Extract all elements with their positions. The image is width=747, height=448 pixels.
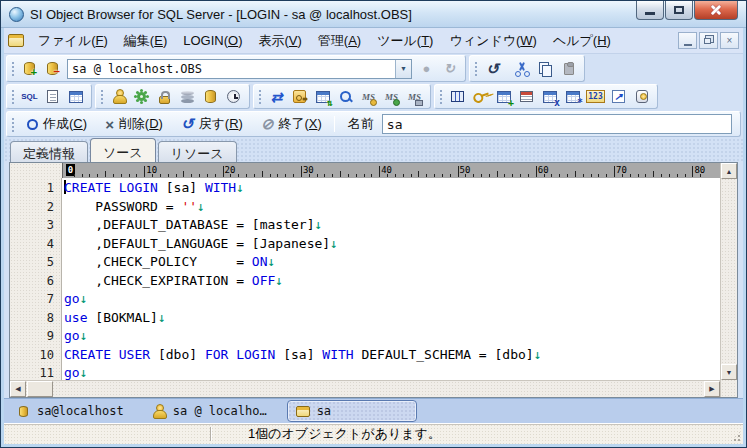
storage-icon[interactable] <box>199 86 222 108</box>
cross-icon: × <box>105 116 114 133</box>
line-number-gutter: 1234567891011 <box>10 178 62 380</box>
code-line: CREATE LOGIN [sa] WITH↓ <box>64 179 720 198</box>
no-entry-icon: ⊘ <box>261 115 274 133</box>
key-door-icon[interactable] <box>288 86 311 108</box>
data-grid-icon[interactable] <box>64 86 87 108</box>
toolbar-gripper[interactable] <box>438 88 443 104</box>
code-line: go↓ <box>64 364 720 380</box>
undo-icon[interactable]: ↺ <box>481 58 504 80</box>
revert-button[interactable]: ↺戻す(R) <box>172 112 252 136</box>
taskbar-item-login-list[interactable]: sa @ localho… <box>144 401 273 421</box>
delete-button[interactable]: ×削除(D) <box>96 112 172 136</box>
taskbar-item-label: sa @ localho… <box>173 404 267 418</box>
tab-resource[interactable]: リソース <box>158 141 237 162</box>
scroll-left-icon[interactable]: ◀ <box>10 381 26 397</box>
menu-item-admin[interactable]: 管理(A) <box>310 29 369 53</box>
sql-icon[interactable]: SQL <box>18 86 41 108</box>
mdi-system-icon[interactable] <box>8 34 24 47</box>
menu-item-edit[interactable]: 編集(E) <box>116 29 175 53</box>
line-number: 5 <box>10 253 54 272</box>
object-toolbar: SQL⇄⇅MSMSMS+x*123↗ <box>4 83 743 110</box>
tb-window-icon <box>294 403 312 419</box>
undo-icon: ↺ <box>181 115 194 133</box>
ms-server-icon[interactable]: MS <box>403 86 426 108</box>
table-calc-icon[interactable]: x <box>538 86 561 108</box>
sort-123-icon[interactable]: 123 <box>584 86 607 108</box>
minimize-button[interactable] <box>636 1 664 20</box>
menu-item-help[interactable]: ヘルプ(H) <box>545 29 619 53</box>
key-icon[interactable] <box>469 86 492 108</box>
record-icon[interactable]: ● <box>415 58 438 80</box>
line-number: 2 <box>10 198 54 217</box>
taskbar-item-login-sa[interactable]: sa <box>287 400 417 422</box>
tab-source[interactable]: ソース <box>90 138 156 162</box>
taskbar-item-label: sa <box>317 404 331 418</box>
mdi-close-button[interactable]: × <box>720 32 739 49</box>
paste-icon[interactable] <box>557 58 580 80</box>
scroll-down-icon[interactable]: ▼ <box>721 364 737 380</box>
menu-item-file[interactable]: ファイル(F) <box>30 29 116 53</box>
columns-icon[interactable] <box>446 86 469 108</box>
shortcut-icon[interactable]: ↗ <box>607 86 630 108</box>
scroll-up-icon[interactable]: ▲ <box>721 163 737 179</box>
object-taskbar: sa@localhostsa @ localho…sa <box>4 398 743 423</box>
copy-icon[interactable] <box>534 58 557 80</box>
lock-icon[interactable] <box>153 86 176 108</box>
sql-search-icon[interactable] <box>334 86 357 108</box>
tab-definition[interactable]: 定義情報 <box>10 141 88 162</box>
window-title: SI Object Browser for SQL Server - [LOGI… <box>30 7 412 22</box>
ms-users-icon[interactable]: MS <box>380 86 403 108</box>
refresh-icon[interactable]: ↻ <box>438 58 461 80</box>
toolbar-gripper[interactable] <box>10 60 15 78</box>
list-icon[interactable] <box>515 86 538 108</box>
user-icon[interactable] <box>107 86 130 108</box>
script-icon[interactable] <box>41 86 64 108</box>
transfer-icon[interactable]: ⇄ <box>265 86 288 108</box>
line-number: 9 <box>10 327 54 346</box>
clock-icon[interactable] <box>222 86 245 108</box>
mdi-restore-button[interactable] <box>699 32 718 49</box>
circle-icon <box>27 119 38 130</box>
code-editor[interactable]: CREATE LOGIN [sa] WITH↓ PASSWORD = ''↓ ,… <box>62 178 720 380</box>
toolbar-gripper[interactable] <box>257 88 262 104</box>
line-number: 7 <box>10 290 54 309</box>
maximize-button[interactable] <box>665 1 693 20</box>
database-icon[interactable] <box>176 86 199 108</box>
toolbar-gripper[interactable] <box>10 116 15 133</box>
db-connect-icon[interactable]: + <box>18 58 41 80</box>
toolbar-gripper[interactable] <box>99 88 104 104</box>
close-button[interactable] <box>694 1 738 20</box>
scroll-right-icon[interactable]: ▶ <box>704 381 720 397</box>
vertical-scrollbar[interactable]: ▲ ▼ <box>720 163 737 397</box>
mdi-minimize-button[interactable] <box>678 32 697 49</box>
horizontal-scrollbar[interactable]: ◀ ▶ <box>10 380 720 397</box>
status-pane <box>4 424 210 444</box>
taskbar-item-connection[interactable]: sa@localhost <box>8 401 130 421</box>
table-add-icon[interactable]: + <box>492 86 515 108</box>
tab-bar: 定義情報ソースリソース <box>4 138 743 162</box>
ms-query-icon[interactable]: MS <box>357 86 380 108</box>
name-input[interactable] <box>382 114 732 134</box>
menu-item-login[interactable]: LOGIN(O) <box>175 30 250 51</box>
code-line: go↓ <box>64 290 720 309</box>
db-disconnect-icon[interactable]: − <box>41 58 64 80</box>
connection-combo[interactable]: sa @ localhost.OBS ▼ <box>67 59 412 79</box>
exit-button[interactable]: ⊘終了(X) <box>252 112 331 136</box>
toolbar-gripper[interactable] <box>10 88 15 104</box>
table-star-icon[interactable]: * <box>561 86 584 108</box>
table-sync-icon[interactable]: ⇅ <box>311 86 334 108</box>
column-ruler: 01020304050607080 <box>62 163 720 178</box>
about-icon[interactable] <box>630 86 653 108</box>
menu-item-view[interactable]: 表示(V) <box>250 29 309 53</box>
menu-item-window[interactable]: ウィンドウ(W) <box>441 29 544 53</box>
chevron-down-icon[interactable]: ▼ <box>395 60 411 78</box>
resize-grip[interactable] <box>729 430 742 443</box>
horizontal-scroll-thumb[interactable] <box>27 381 53 397</box>
menu-item-tools[interactable]: ツール(T) <box>369 29 441 53</box>
code-line: ,CHECK_POLICY = ON↓ <box>64 253 720 272</box>
cut-icon[interactable] <box>511 58 534 80</box>
role-icon[interactable] <box>130 86 153 108</box>
code-line: PASSWORD = ''↓ <box>64 198 720 217</box>
toolbar-gripper[interactable] <box>473 60 478 78</box>
create-button[interactable]: 作成(C) <box>18 112 96 136</box>
